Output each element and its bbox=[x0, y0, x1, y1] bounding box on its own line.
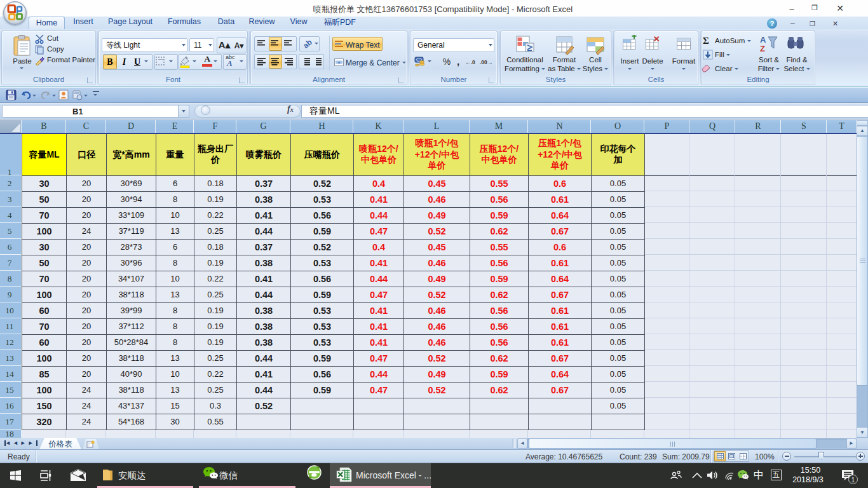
svg-text:A: A bbox=[760, 35, 766, 44]
svg-text:Z: Z bbox=[760, 44, 765, 53]
